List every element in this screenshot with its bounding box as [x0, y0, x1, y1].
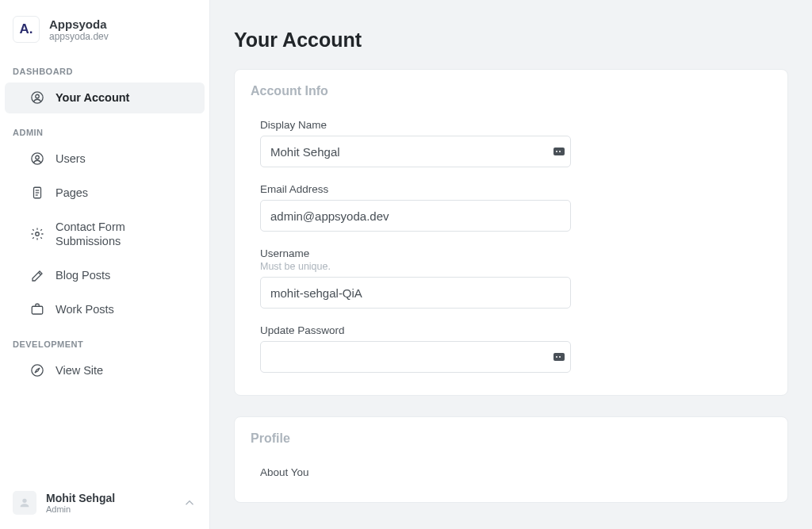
- sidebar-item-contact-form[interactable]: Contact Form Submissions: [5, 212, 205, 258]
- sidebar-item-users[interactable]: Users: [5, 144, 205, 174]
- sidebar: A. Appsyoda appsyoda.dev DASHBOARD Your …: [0, 0, 210, 529]
- field-display-name: Display Name: [260, 119, 762, 167]
- sidebar-item-label: Work Posts: [56, 302, 114, 317]
- sidebar-item-label: Blog Posts: [56, 268, 110, 283]
- autofill-indicator-icon: [553, 353, 565, 361]
- svg-point-3: [36, 156, 40, 160]
- field-about-you: About You: [260, 466, 762, 478]
- section-label-admin: ADMIN: [0, 115, 209, 142]
- field-email: Email Address: [260, 183, 762, 232]
- users-icon: [30, 151, 44, 166]
- user-menu-toggle[interactable]: Mohit Sehgal Admin: [0, 480, 209, 529]
- profile-card: Profile About You: [234, 416, 788, 503]
- username-label: Username: [260, 247, 762, 259]
- display-name-input[interactable]: [260, 136, 571, 167]
- edit-icon: [30, 269, 44, 283]
- section-label-development: DEVELOPMENT: [0, 327, 209, 354]
- sidebar-item-your-account[interactable]: Your Account: [5, 82, 205, 113]
- brand-title: Appsyoda: [49, 17, 109, 31]
- sidebar-item-label: Contact Form Submissions: [56, 220, 192, 250]
- brand: A. Appsyoda appsyoda.dev: [0, 10, 209, 54]
- email-input[interactable]: [260, 200, 571, 232]
- field-username: Username Must be unique.: [260, 247, 762, 309]
- svg-rect-9: [32, 307, 43, 315]
- username-input[interactable]: [260, 277, 571, 309]
- email-label: Email Address: [260, 183, 762, 195]
- svg-point-1: [36, 95, 40, 99]
- sidebar-item-label: Users: [56, 151, 86, 167]
- sidebar-item-blog-posts[interactable]: Blog Posts: [5, 260, 205, 291]
- username-hint: Must be unique.: [260, 261, 762, 272]
- autofill-indicator-icon: [553, 148, 565, 155]
- card-title-profile: Profile: [235, 417, 787, 449]
- password-input[interactable]: [260, 341, 571, 373]
- sidebar-item-view-site[interactable]: View Site: [5, 355, 205, 386]
- account-info-card: Account Info Display Name Email Address …: [234, 69, 788, 396]
- sidebar-item-work-posts[interactable]: Work Posts: [5, 294, 205, 325]
- main-content: Your Account Account Info Display Name E…: [210, 0, 812, 529]
- brand-logo: A.: [13, 16, 40, 43]
- brand-subtitle: appsyoda.dev: [49, 31, 109, 42]
- field-password: Update Password: [260, 324, 762, 373]
- page-title: Your Account: [234, 29, 788, 52]
- sidebar-item-label: Your Account: [56, 90, 129, 105]
- password-label: Update Password: [260, 324, 762, 336]
- compass-icon: [30, 363, 44, 378]
- sidebar-item-pages[interactable]: Pages: [5, 178, 205, 209]
- card-title-account-info: Account Info: [235, 70, 787, 102]
- user-role: Admin: [46, 504, 115, 514]
- svg-point-8: [36, 232, 40, 236]
- section-label-dashboard: DASHBOARD: [0, 54, 209, 81]
- gear-icon: [30, 227, 44, 241]
- sidebar-item-label: Pages: [56, 186, 88, 201]
- avatar: [13, 491, 36, 515]
- svg-point-10: [32, 365, 43, 376]
- document-icon: [30, 186, 44, 200]
- chevron-up-icon: [182, 496, 197, 510]
- display-name-label: Display Name: [260, 119, 762, 131]
- briefcase-icon: [30, 302, 44, 316]
- about-you-label: About You: [260, 466, 762, 478]
- user-name: Mohit Sehgal: [46, 492, 115, 504]
- user-circle-icon: [30, 90, 44, 105]
- sidebar-item-label: View Site: [56, 363, 103, 378]
- svg-marker-11: [35, 368, 40, 373]
